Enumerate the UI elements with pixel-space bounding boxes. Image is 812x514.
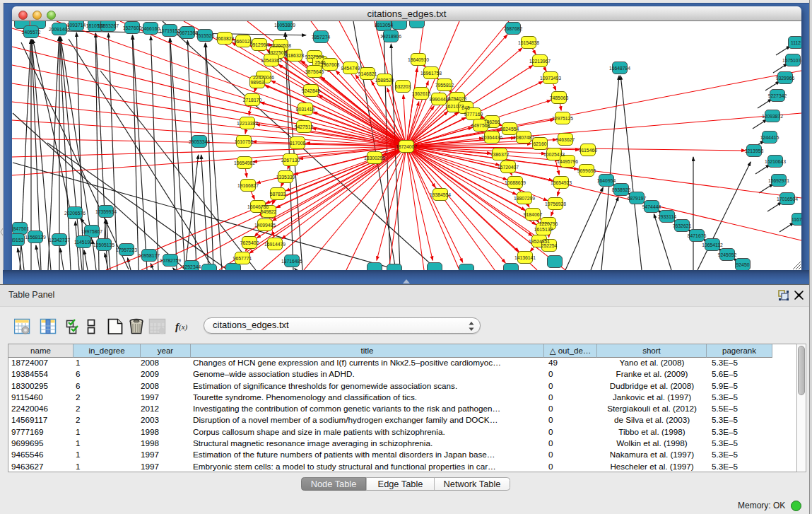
svg-text:252254: 252254: [541, 243, 558, 248]
svg-text:10654112: 10654112: [702, 243, 723, 247]
svg-text:15692971: 15692971: [768, 178, 789, 183]
svg-text:7485063: 7485063: [550, 95, 569, 100]
svg-text:1335339: 1335339: [276, 175, 295, 180]
svg-text:9474444: 9474444: [642, 204, 661, 209]
svg-text:12213383: 12213383: [237, 121, 258, 126]
svg-text:20091406: 20091406: [49, 27, 70, 32]
svg-text:116733: 116733: [792, 217, 801, 222]
svg-text:12093872: 12093872: [762, 114, 783, 119]
svg-text:22260538: 22260538: [270, 43, 291, 48]
svg-text:10782759: 10782759: [160, 258, 181, 263]
svg-text:10543362: 10543362: [261, 58, 282, 63]
svg-text:14136141: 14136141: [514, 255, 536, 260]
svg-text:3267130: 3267130: [281, 158, 300, 163]
svg-text:1220796: 1220796: [539, 221, 558, 226]
svg-text:7625402: 7625402: [240, 240, 259, 245]
svg-text:1640954: 1640954: [597, 178, 616, 183]
svg-text:17359934: 17359934: [95, 209, 117, 214]
svg-text:1615132: 1615132: [534, 227, 553, 232]
svg-text:817008: 817008: [290, 141, 306, 146]
svg-text:10671365: 10671365: [177, 30, 198, 35]
svg-text:587833: 587833: [270, 192, 286, 197]
svg-text:16961758: 16961758: [420, 71, 442, 76]
svg-text:14099485: 14099485: [254, 223, 276, 228]
svg-text:6879197: 6879197: [628, 196, 647, 201]
svg-text:9227342: 9227342: [768, 93, 787, 98]
svg-text:17957223: 17957223: [116, 247, 137, 252]
svg-text:12505135: 12505135: [93, 243, 114, 247]
svg-text:11568129: 11568129: [25, 235, 46, 240]
svg-text:8938923: 8938923: [612, 187, 631, 192]
svg-text:1588520: 1588520: [375, 78, 394, 83]
svg-text:13654923: 13654923: [551, 180, 572, 185]
svg-text:19218906: 19218906: [380, 34, 401, 39]
svg-text:20206576: 20206576: [64, 211, 86, 216]
svg-text:1244415: 1244415: [760, 135, 779, 140]
svg-text:14495796: 14495796: [557, 159, 578, 164]
svg-text:16210643: 16210643: [765, 159, 786, 164]
svg-text:16046786: 16046786: [247, 204, 269, 209]
svg-text:7515526: 7515526: [196, 33, 215, 38]
svg-text:9427512: 9427512: [295, 124, 314, 129]
svg-text:7857274: 7857274: [312, 35, 331, 40]
svg-text:10053809: 10053809: [274, 23, 295, 28]
svg-text:2933114: 2933114: [658, 214, 676, 219]
svg-text:3875645: 3875645: [305, 69, 324, 74]
svg-text:13716485: 13716485: [281, 259, 302, 264]
svg-text:1362615: 1362615: [412, 91, 431, 96]
svg-text:9463627: 9463627: [556, 137, 575, 142]
svg-text:(x): (x): [179, 322, 188, 332]
svg-text:18724007: 18724007: [396, 144, 417, 149]
svg-text:10807487: 10807487: [513, 135, 534, 140]
svg-text:12342737: 12342737: [49, 238, 70, 243]
svg-text:8471676: 8471676: [688, 233, 707, 238]
svg-text:8813054: 8813054: [375, 23, 394, 28]
svg-text:16914479: 16914479: [264, 242, 286, 247]
svg-text:9912994: 9912994: [250, 42, 269, 47]
svg-text:10688639: 10688639: [505, 180, 526, 185]
svg-text:9657771: 9657771: [233, 256, 252, 261]
svg-text:19654982: 19654982: [234, 160, 255, 165]
svg-text:12975125: 12975125: [552, 116, 573, 121]
svg-text:12213967: 12213967: [529, 59, 551, 64]
svg-text:2967608: 2967608: [321, 62, 340, 67]
svg-text:92450: 92450: [736, 262, 750, 267]
svg-text:2687682: 2687682: [504, 26, 523, 31]
svg-text:6466160: 6466160: [141, 26, 160, 31]
svg-text:29053346: 29053346: [189, 139, 210, 144]
svg-text:9327504: 9327504: [305, 54, 324, 59]
svg-text:9699695: 9699695: [577, 168, 596, 173]
svg-text:9777169: 9777169: [464, 112, 483, 117]
svg-text:9242845: 9242845: [302, 88, 321, 93]
svg-text:15751074: 15751074: [782, 58, 801, 63]
svg-text:22420046: 22420046: [253, 75, 274, 80]
svg-text:8990448: 8990448: [430, 97, 449, 102]
svg-text:1527602: 1527602: [123, 25, 142, 30]
svg-text:7955812: 7955812: [435, 83, 454, 88]
svg-text:10973493: 10973493: [540, 76, 561, 81]
svg-text:1093714: 1093714: [67, 23, 86, 28]
svg-text:1112: 1112: [791, 40, 801, 45]
svg-text:10653267: 10653267: [98, 23, 119, 28]
svg-text:6794028: 6794028: [448, 96, 467, 101]
svg-text:7386372: 7386372: [490, 152, 510, 157]
svg-text:9115460: 9115460: [579, 148, 597, 153]
svg-text:2405572: 2405572: [22, 30, 41, 35]
svg-text:17016504: 17016504: [777, 197, 798, 201]
svg-text:245: 245: [461, 105, 470, 110]
svg-text:8186328: 8186328: [286, 53, 305, 58]
svg-text:19384554: 19384554: [430, 192, 451, 197]
svg-text:6497568: 6497568: [471, 123, 490, 128]
svg-text:19166827: 19166827: [237, 183, 259, 188]
svg-text:19975867: 19975867: [81, 229, 102, 234]
svg-text:9146821: 9146821: [358, 71, 377, 76]
svg-text:3213958: 3213958: [745, 148, 764, 153]
svg-text:18640910: 18640910: [408, 57, 429, 62]
svg-text:2718170: 2718170: [243, 98, 262, 103]
svg-text:18300295: 18300295: [364, 156, 385, 160]
svg-text:8454749: 8454749: [341, 66, 360, 71]
svg-text:20364436: 20364436: [481, 135, 502, 140]
svg-text:8031414: 8031414: [296, 107, 315, 112]
svg-text:9327503: 9327503: [268, 50, 287, 55]
svg-text:10958177: 10958177: [139, 253, 160, 258]
